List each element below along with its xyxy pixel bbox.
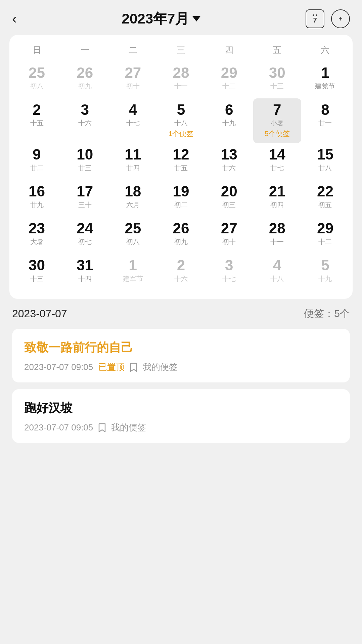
lunar-label: 廿六 bbox=[207, 164, 252, 173]
lunar-label: 十九 bbox=[207, 119, 252, 128]
day-number: 13 bbox=[207, 146, 252, 163]
lunar-label: 廿八 bbox=[303, 164, 348, 173]
calendar-day-cell[interactable]: 22初五 bbox=[301, 180, 349, 217]
month-title[interactable]: 2023年7月 bbox=[122, 9, 201, 28]
calendar-day-cell[interactable]: 15廿八 bbox=[301, 143, 349, 180]
calendar-today-button[interactable]: 7 bbox=[306, 9, 324, 28]
weekday-header: 四 bbox=[205, 42, 253, 59]
day-number: 15 bbox=[303, 146, 348, 163]
lunar-label: 建党节 bbox=[303, 82, 348, 91]
calendar-day-cell[interactable]: 7小暑5个便签 bbox=[253, 98, 301, 143]
day-number: 23 bbox=[14, 220, 59, 236]
day-number: 25 bbox=[110, 220, 155, 236]
calendar-day-cell[interactable]: 29十二 bbox=[301, 217, 349, 254]
calendar-day-cell[interactable]: 28十一 bbox=[253, 217, 301, 254]
calendar-day-cell[interactable]: 18六月 bbox=[109, 180, 157, 217]
calendar-day-cell[interactable]: 23大暑 bbox=[13, 217, 61, 254]
day-number: 14 bbox=[255, 146, 300, 163]
note-card[interactable]: 致敬一路前行的自己2023-07-07 09:05已置顶 我的便签 bbox=[12, 329, 350, 382]
lunar-label: 三十 bbox=[62, 200, 107, 210]
calendar-day-cell[interactable]: 11廿四 bbox=[109, 143, 157, 180]
calendar-day-cell[interactable]: 25初八 bbox=[109, 217, 157, 254]
day-number: 22 bbox=[303, 183, 348, 199]
calendar-day-cell[interactable]: 31十四 bbox=[61, 254, 109, 291]
calendar-day-cell[interactable]: 3十六 bbox=[61, 98, 109, 143]
calendar-day-cell[interactable]: 4十七 bbox=[109, 98, 157, 143]
note-title: 致敬一路前行的自己 bbox=[24, 339, 338, 356]
calendar-day-cell[interactable]: 19初二 bbox=[157, 180, 205, 217]
day-number: 3 bbox=[207, 257, 252, 273]
calendar-day-cell[interactable]: 6十九 bbox=[205, 98, 253, 143]
calendar: 日一二三四五六 25初八26初九27初十28十一29十二30十三1建党节2十五3… bbox=[9, 35, 353, 299]
day-number: 10 bbox=[62, 146, 107, 163]
day-number: 4 bbox=[110, 102, 155, 118]
day-number: 26 bbox=[158, 220, 203, 236]
back-button[interactable]: ‹ bbox=[12, 12, 17, 26]
lunar-label: 廿一 bbox=[303, 119, 348, 128]
dropdown-arrow-icon[interactable] bbox=[192, 16, 200, 21]
lunar-label: 廿七 bbox=[255, 164, 300, 173]
day-number: 21 bbox=[255, 183, 300, 199]
day-number: 11 bbox=[110, 146, 155, 163]
lunar-label: 初十 bbox=[207, 237, 252, 246]
calendar-day-cell[interactable]: 1建党节 bbox=[301, 61, 349, 98]
day-number: 6 bbox=[207, 102, 252, 118]
add-button[interactable]: + bbox=[331, 9, 350, 28]
day-number: 28 bbox=[255, 220, 300, 236]
day-number: 28 bbox=[158, 65, 203, 81]
lunar-label: 初二 bbox=[158, 200, 203, 210]
calendar-day-cell[interactable]: 29十二 bbox=[205, 61, 253, 98]
note-meta: 2023-07-07 09:05 我的便签 bbox=[24, 422, 338, 433]
calendar-day-cell[interactable]: 20初三 bbox=[205, 180, 253, 217]
calendar-day-cell[interactable]: 27初十 bbox=[205, 217, 253, 254]
calendar-day-cell[interactable]: 12廿五 bbox=[157, 143, 205, 180]
note-category: 我的便签 bbox=[111, 422, 146, 433]
calendar-day-cell[interactable]: 30十三 bbox=[253, 61, 301, 98]
calendar-day-cell[interactable]: 14廿七 bbox=[253, 143, 301, 180]
calendar-day-cell[interactable]: 3十七 bbox=[205, 254, 253, 291]
note-badge: 5个便签 bbox=[255, 129, 300, 138]
calendar-day-cell[interactable]: 21初四 bbox=[253, 180, 301, 217]
lunar-label: 十六 bbox=[62, 119, 107, 128]
calendar-day-cell[interactable]: 26初九 bbox=[157, 217, 205, 254]
calendar-day-cell[interactable]: 5十八1个便签 bbox=[157, 98, 205, 143]
calendar-day-cell[interactable]: 2十五 bbox=[13, 98, 61, 143]
weekday-header: 六 bbox=[301, 42, 349, 59]
calendar-day-cell[interactable]: 9廿二 bbox=[13, 143, 61, 180]
calendar-day-cell[interactable]: 8廿一 bbox=[301, 98, 349, 143]
lunar-label: 初九 bbox=[62, 82, 107, 91]
day-number: 8 bbox=[303, 102, 348, 118]
calendar-day-cell[interactable]: 26初九 bbox=[61, 61, 109, 98]
calendar-day-cell[interactable]: 28十一 bbox=[157, 61, 205, 98]
day-number: 27 bbox=[207, 220, 252, 236]
calendar-day-cell[interactable]: 27初十 bbox=[109, 61, 157, 98]
lunar-label: 十三 bbox=[14, 274, 59, 283]
note-time: 2023-07-07 09:05 bbox=[24, 362, 93, 372]
calendar-day-cell[interactable]: 13廿六 bbox=[205, 143, 253, 180]
calendar-day-cell[interactable]: 10廿三 bbox=[61, 143, 109, 180]
lunar-label: 廿四 bbox=[110, 164, 155, 173]
lunar-label: 十二 bbox=[207, 82, 252, 91]
lunar-label: 十一 bbox=[255, 237, 300, 246]
calendar-day-cell[interactable]: 24初七 bbox=[61, 217, 109, 254]
note-card[interactable]: 跑好汉坡2023-07-07 09:05 我的便签 bbox=[12, 389, 350, 443]
weekday-header: 三 bbox=[157, 42, 205, 59]
calendar-day-cell[interactable]: 1建军节 bbox=[109, 254, 157, 291]
day-number: 25 bbox=[14, 65, 59, 81]
calendar-day-cell[interactable]: 17三十 bbox=[61, 180, 109, 217]
bookmark-icon bbox=[130, 363, 137, 372]
lunar-label: 初八 bbox=[110, 237, 155, 246]
calendar-day-cell[interactable]: 30十三 bbox=[13, 254, 61, 291]
day-number: 2 bbox=[158, 257, 203, 273]
calendar-day-cell[interactable]: 16廿九 bbox=[13, 180, 61, 217]
day-number: 31 bbox=[62, 257, 107, 273]
calendar-day-cell[interactable]: 2十六 bbox=[157, 254, 205, 291]
day-number: 27 bbox=[110, 65, 155, 81]
calendar-day-cell[interactable]: 4十八 bbox=[253, 254, 301, 291]
note-badge: 1个便签 bbox=[158, 129, 203, 138]
calendar-day-cell[interactable]: 5十九 bbox=[301, 254, 349, 291]
calendar-day-cell[interactable]: 25初八 bbox=[13, 61, 61, 98]
day-number: 3 bbox=[62, 102, 107, 118]
bottom-section: 2023-07-07 便签：5个 致敬一路前行的自己2023-07-07 09:… bbox=[0, 307, 362, 443]
month-label: 2023年7月 bbox=[122, 9, 189, 28]
